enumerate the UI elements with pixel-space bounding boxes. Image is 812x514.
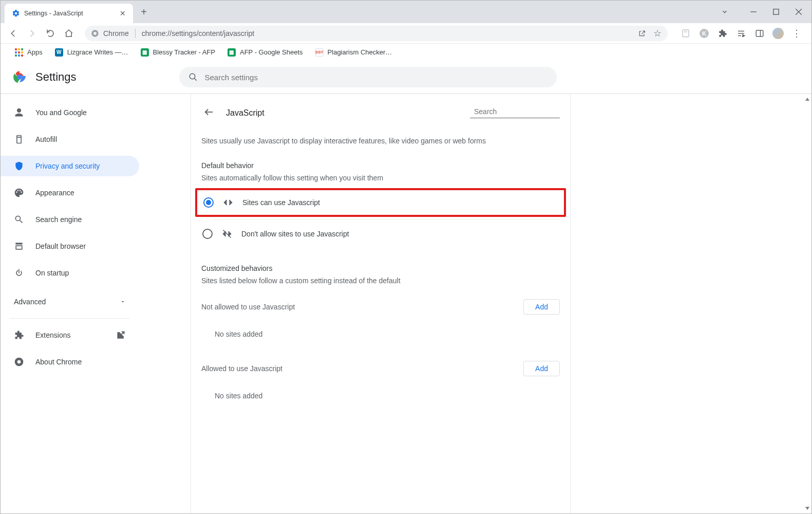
browser-titlebar: Settings - JavaScript ✕ + (1, 1, 811, 23)
custom-behaviors-title: Customized behaviors (191, 247, 570, 276)
chrome-icon (91, 29, 99, 38)
sheets-icon: ▦ (141, 48, 149, 57)
page-search[interactable] (470, 107, 560, 118)
javascript-description: Sites usually use Javascript to display … (191, 131, 570, 151)
side-panel-icon[interactable] (754, 28, 765, 39)
svg-rect-6 (683, 30, 689, 37)
wordpress-icon: W (55, 48, 63, 57)
settings-search-input[interactable] (205, 73, 547, 82)
sidebar-item-default-browser[interactable]: Default browser (1, 236, 139, 256)
sidebar-item-on-startup[interactable]: On startup (1, 263, 139, 283)
gear-icon (12, 9, 20, 17)
expand-icon (120, 299, 126, 305)
bookmark-afp-sheets[interactable]: ▦ AFP - Google Sheets (222, 46, 308, 59)
home-button[interactable] (62, 27, 75, 40)
code-off-icon (222, 229, 232, 239)
profile-avatar[interactable] (772, 28, 784, 39)
default-behavior-title: Default behavior (191, 151, 570, 173)
sidebar-item-privacy-security[interactable]: Privacy and security (1, 156, 139, 176)
sidebar-item-extensions[interactable]: Extensions (1, 325, 139, 345)
option-allow-js[interactable]: Sites can use Javascript (195, 188, 566, 217)
launch-icon (116, 330, 126, 340)
share-icon[interactable] (638, 29, 646, 38)
page-title: JavaScript (226, 108, 265, 118)
svg-marker-18 (122, 301, 124, 303)
reload-button[interactable] (44, 27, 57, 40)
maximize-icon[interactable] (772, 8, 780, 15)
allowed-label: Allowed to use Javascript (201, 364, 282, 373)
new-tab-button[interactable]: + (135, 1, 153, 23)
settings-search[interactable] (179, 67, 557, 87)
bookmark-apps[interactable]: Apps (10, 46, 48, 59)
omnibox-chrome-label: Chrome (103, 29, 129, 38)
extensions-icon[interactable] (717, 28, 728, 39)
bookmark-plagiarism[interactable]: SST Plagiarism Checker… (310, 46, 398, 59)
radio-allow[interactable] (203, 197, 214, 208)
scroll-up-arrow[interactable] (803, 94, 811, 104)
page-search-input[interactable] (474, 107, 564, 116)
window-controls (734, 1, 811, 23)
code-icon (223, 197, 233, 208)
browser-tab[interactable]: Settings - JavaScript ✕ (5, 4, 133, 23)
settings-title: Settings (35, 70, 77, 84)
bookmark-star-icon[interactable]: ☆ (653, 28, 662, 39)
option-allow-label: Sites can use Javascript (242, 198, 320, 207)
svg-point-20 (17, 360, 21, 364)
omnibox-url: chrome://settings/content/javascript (142, 29, 254, 38)
search-icon (188, 72, 198, 82)
bookmark-lizgrace[interactable]: W Lizgrace Writes —… (50, 46, 134, 59)
sidebar-item-you-and-google[interactable]: You and Google (1, 102, 139, 123)
minimize-icon[interactable] (750, 8, 757, 15)
no-sites-allowed: No sites added (191, 384, 570, 407)
custom-behaviors-sub: Sites listed below follow a custom setti… (191, 276, 570, 291)
svg-point-5 (93, 32, 97, 35)
back-button[interactable] (7, 27, 20, 40)
svg-marker-25 (805, 98, 809, 101)
add-not-allowed-button[interactable]: Add (523, 299, 560, 315)
radio-block[interactable] (202, 229, 213, 239)
apps-icon (15, 48, 23, 57)
settings-sidebar: You and Google Autofill Privacy and secu… (1, 94, 139, 513)
bookmark-blessy-tracker[interactable]: ▦ Blessy Tracker - AFP (136, 46, 220, 59)
menu-icon[interactable]: ⋮ (791, 28, 802, 39)
scroll-down-arrow[interactable] (803, 503, 811, 513)
back-arrow-button[interactable] (201, 104, 217, 121)
close-icon[interactable] (795, 8, 802, 15)
no-sites-not-allowed: No sites added (191, 323, 570, 345)
sidebar-item-appearance[interactable]: Appearance (1, 182, 139, 203)
media-icon[interactable] (735, 28, 747, 39)
k-badge-icon[interactable]: K (698, 28, 710, 39)
sidebar-item-search-engine[interactable]: Search engine (1, 209, 139, 230)
settings-content: JavaScript Sites usually use Javascript … (139, 94, 811, 513)
option-block-js[interactable]: Don't allow sites to use Javascript (195, 222, 566, 247)
forward-button[interactable] (25, 27, 39, 40)
svg-rect-11 (756, 30, 763, 36)
default-behavior-sub: Sites automatically follow this setting … (191, 173, 570, 188)
svg-line-17 (194, 78, 197, 81)
not-allowed-section: Not allowed to use Javascript Add (191, 291, 570, 323)
allowed-section: Allowed to use Javascript Add (191, 345, 570, 384)
sidebar-item-about-chrome[interactable]: About Chrome (1, 352, 139, 372)
javascript-settings-card: JavaScript Sites usually use Javascript … (191, 94, 571, 513)
sidebar-item-autofill[interactable]: Autofill (1, 129, 139, 150)
bookmarks-bar: Apps W Lizgrace Writes —… ▦ Blessy Track… (1, 44, 811, 61)
address-bar[interactable]: Chrome chrome://settings/content/javascr… (85, 26, 668, 41)
not-allowed-label: Not allowed to use Javascript (201, 303, 295, 311)
toolbar-extensions: K ⋮ (677, 28, 805, 39)
sidebar-item-advanced[interactable]: Advanced (1, 291, 139, 312)
add-allowed-button[interactable]: Add (523, 361, 560, 376)
tab-search-button[interactable] (715, 1, 734, 23)
reader-icon[interactable] (680, 28, 691, 39)
option-block-label: Don't allow sites to use Javascript (241, 230, 349, 238)
chrome-logo-icon (13, 70, 26, 84)
tab-title: Settings - JavaScript (24, 10, 116, 17)
browser-toolbar: Chrome chrome://settings/content/javascr… (1, 23, 811, 44)
tab-close-icon[interactable]: ✕ (120, 9, 126, 17)
settings-header: Settings (1, 61, 811, 94)
svg-point-16 (190, 74, 195, 79)
sheets-icon: ▦ (228, 48, 236, 57)
sst-icon: SST (315, 48, 324, 57)
svg-rect-1 (773, 9, 779, 15)
svg-marker-26 (805, 507, 809, 510)
